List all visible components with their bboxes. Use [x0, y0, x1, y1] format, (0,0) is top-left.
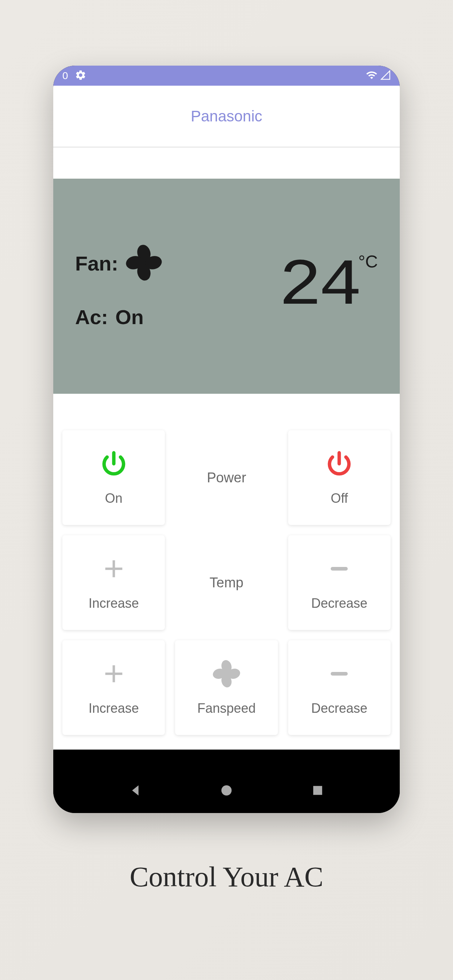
fanspeed-increase-button[interactable]: Increase — [62, 640, 165, 735]
temperature-value: 24 — [279, 253, 359, 319]
app-header: Panasonic — [53, 86, 400, 148]
fan-icon — [125, 243, 163, 283]
minus-icon — [325, 659, 354, 690]
spacer — [53, 148, 400, 179]
minus-icon — [325, 554, 354, 585]
power-on-label: On — [105, 491, 123, 506]
temp-decrease-button[interactable]: Decrease — [288, 535, 391, 630]
plus-icon — [99, 554, 128, 585]
nav-bar — [53, 769, 400, 813]
svg-rect-5 — [331, 567, 348, 571]
fanspeed-increase-label: Increase — [89, 701, 139, 716]
fan-icon — [212, 659, 241, 690]
nav-back-icon[interactable] — [128, 783, 143, 800]
power-center-label: Power — [207, 470, 246, 485]
power-off-button[interactable]: Off — [288, 430, 391, 525]
page-caption: Control Your AC — [130, 861, 324, 893]
phone-frame: 0 Panasonic Fan: — [53, 65, 400, 813]
display-left: Fan: Ac: On — [75, 243, 163, 329]
nav-home-icon[interactable] — [219, 783, 234, 800]
temperature-unit: °C — [358, 251, 378, 272]
temp-increase-label: Increase — [89, 596, 139, 611]
plus-icon — [99, 659, 128, 690]
ac-status-row: Ac: On — [75, 305, 163, 329]
fanspeed-label-card: Fanspeed — [175, 640, 278, 735]
app-title: Panasonic — [191, 108, 262, 125]
power-off-label: Off — [331, 491, 348, 506]
status-left: 0 — [62, 69, 86, 83]
fan-status-row: Fan: — [75, 243, 163, 283]
controls-grid: On Power Off Increase Temp — [62, 430, 391, 735]
power-label-card: Power — [175, 430, 278, 525]
status-partial-text: 0 — [62, 70, 68, 82]
signal-icon — [380, 70, 391, 82]
nav-recent-icon[interactable] — [310, 783, 325, 800]
controls-area: On Power Off Increase Temp — [53, 394, 400, 749]
temp-label-card: Temp — [175, 535, 278, 630]
svg-rect-11 — [331, 672, 348, 676]
temp-increase-button[interactable]: Increase — [62, 535, 165, 630]
gear-icon — [75, 69, 86, 83]
status-right — [366, 69, 391, 83]
svg-rect-13 — [313, 786, 322, 795]
fanspeed-decrease-button[interactable]: Decrease — [288, 640, 391, 735]
svg-point-12 — [222, 785, 231, 795]
power-on-icon — [99, 449, 128, 480]
ac-label: Ac: — [75, 305, 108, 329]
display-panel: Fan: Ac: On 24 °C — [53, 179, 400, 394]
status-bar: 0 — [53, 65, 400, 86]
fanspeed-center-label: Fanspeed — [197, 701, 256, 716]
power-off-icon — [325, 449, 354, 480]
ac-status-value: On — [115, 305, 144, 329]
fanspeed-decrease-label: Decrease — [311, 701, 367, 716]
power-on-button[interactable]: On — [62, 430, 165, 525]
temperature-display: 24 °C — [282, 253, 378, 319]
temp-decrease-label: Decrease — [311, 596, 367, 611]
wifi-icon — [366, 69, 378, 83]
temp-center-label: Temp — [210, 575, 244, 590]
fan-label: Fan: — [75, 251, 118, 275]
